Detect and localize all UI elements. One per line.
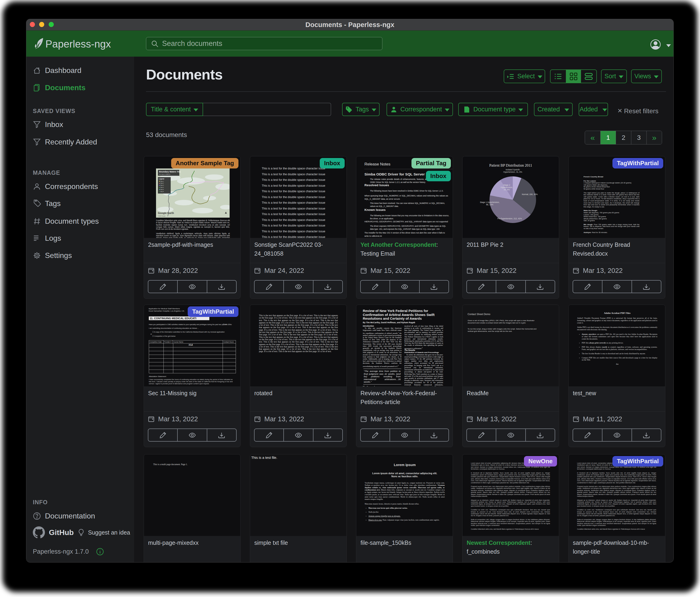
svg-text:Google Earth: Google Earth xyxy=(158,212,174,214)
svg-text:Day 4: Day 4 xyxy=(160,187,164,188)
svg-text:Day 5: Day 5 xyxy=(160,189,164,190)
svg-text:Day 2: Day 2 xyxy=(160,183,164,184)
svg-text:Legend: Legend xyxy=(159,178,164,180)
svg-text:Six days in BWCA: Six days in BWCA xyxy=(159,174,171,175)
svg-text:Boundary Waters Trip: Boundary Waters Trip xyxy=(159,171,181,173)
svg-text:©2022 Google: ©2022 Google xyxy=(158,215,166,217)
svg-text:Day 3: Day 3 xyxy=(160,185,164,186)
svg-text:Day 6: Day 6 xyxy=(160,191,164,192)
svg-text:Day 1: Day 1 xyxy=(160,181,164,182)
